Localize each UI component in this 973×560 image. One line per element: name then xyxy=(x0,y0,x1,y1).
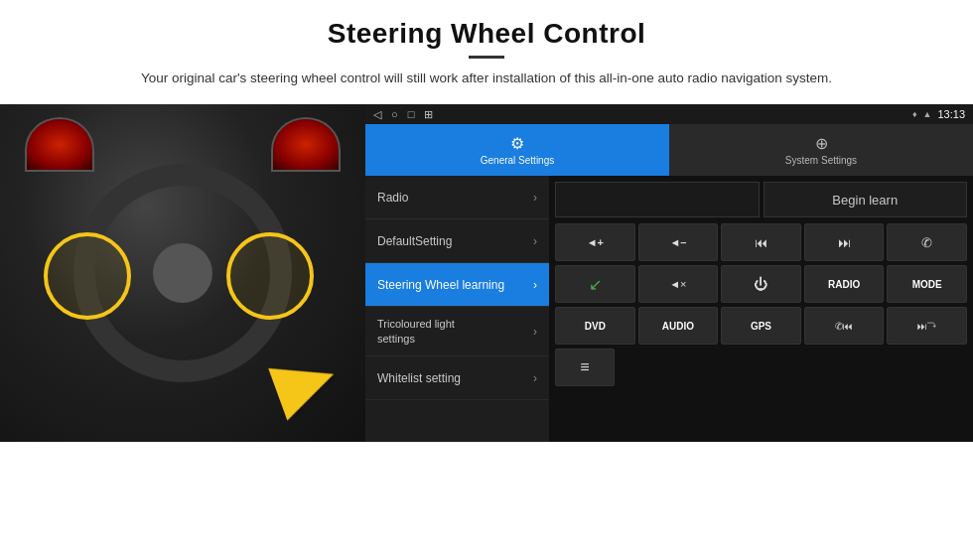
chevron-icon-radio: › xyxy=(533,191,537,205)
steering-wheel-hub xyxy=(153,243,212,303)
control-row-top: Begin learn xyxy=(555,180,967,219)
arrow-container xyxy=(276,356,336,412)
right-highlight-circle xyxy=(226,232,314,320)
left-menu: Radio › DefaultSetting › Steering Wheel … xyxy=(365,176,549,442)
left-gauge xyxy=(25,117,94,172)
phone-button[interactable]: ✆ xyxy=(887,223,967,261)
menu-item-default[interactable]: DefaultSetting › xyxy=(365,219,549,263)
call-answer-button[interactable]: ↙ xyxy=(555,265,635,303)
menu-default-label: DefaultSetting xyxy=(377,234,452,248)
nav-home-btn[interactable]: ○ xyxy=(391,108,398,120)
tab-bar: ⚙ General Settings ⊕ System Settings xyxy=(365,124,973,176)
vol-up-button[interactable]: ◄+ xyxy=(555,223,635,261)
mode-button[interactable]: MODE xyxy=(887,265,967,303)
chevron-icon-whitelist: › xyxy=(533,371,537,385)
general-settings-icon: ⚙ xyxy=(510,134,524,153)
mute-button[interactable]: ◄× xyxy=(638,265,719,303)
menu-radio-label: Radio xyxy=(377,191,408,205)
control-grid-row1: ◄+ ◄– ⏮ ⏭ ✆ xyxy=(555,223,967,261)
nav-recent-btn[interactable]: □ xyxy=(408,108,415,120)
clock: 13:13 xyxy=(937,108,965,120)
empty-input-box xyxy=(555,182,760,217)
ui-panel: ◁ ○ □ ⊞ ♦ ▲ 13:13 ⚙ General Settings xyxy=(365,104,973,442)
menu-item-whitelist[interactable]: Whitelist setting › xyxy=(365,356,549,400)
subtitle: Your original car's steering wheel contr… xyxy=(129,69,844,88)
control-grid-row3: DVD AUDIO GPS ✆⏮ ⏭⤵ xyxy=(555,307,967,345)
nav-grid-btn[interactable]: ⊞ xyxy=(424,108,433,121)
next-track-button[interactable]: ⏭ xyxy=(804,223,885,261)
wifi-icon: ▲ xyxy=(923,109,932,119)
radio-button[interactable]: RADIO xyxy=(804,265,885,303)
steering-wheel-bg xyxy=(0,104,365,442)
menu-item-steering[interactable]: Steering Wheel learning › xyxy=(365,263,549,307)
menu-whitelist-label: Whitelist setting xyxy=(377,371,461,385)
skip-combo-button[interactable]: ⏭⤵ xyxy=(887,307,967,345)
steering-wheel-image xyxy=(0,104,365,442)
chevron-icon-tricolour: › xyxy=(533,325,537,339)
gps-button[interactable]: GPS xyxy=(721,307,801,345)
page-wrapper: Steering Wheel Control Your original car… xyxy=(0,0,973,560)
menu-item-tricolour[interactable]: Tricoloured lightsettings › xyxy=(365,307,549,356)
list-button[interactable]: ≡ xyxy=(555,349,615,386)
phone-prev-button[interactable]: ✆⏮ xyxy=(804,307,885,345)
chevron-icon-default: › xyxy=(533,234,537,248)
dvd-button[interactable]: DVD xyxy=(555,307,635,345)
left-highlight-circle xyxy=(44,232,131,320)
status-bar: ◁ ○ □ ⊞ ♦ ▲ 13:13 xyxy=(365,104,973,124)
power-button[interactable]: ⏻ xyxy=(721,265,801,303)
tab-general-settings[interactable]: ⚙ General Settings xyxy=(365,124,669,176)
vol-down-button[interactable]: ◄– xyxy=(638,223,719,261)
tab-general-label: General Settings xyxy=(481,155,555,166)
location-icon: ♦ xyxy=(912,109,917,119)
nav-back-btn[interactable]: ◁ xyxy=(373,108,381,121)
chevron-icon-steering: › xyxy=(533,278,537,292)
header-section: Steering Wheel Control Your original car… xyxy=(0,0,973,96)
tab-system-settings[interactable]: ⊕ System Settings xyxy=(669,124,973,176)
status-indicators: ♦ ▲ 13:13 xyxy=(912,108,965,120)
audio-button[interactable]: AUDIO xyxy=(638,307,719,345)
right-controls: Begin learn ◄+ ◄– ⏮ ⏭ ✆ ↙ ◄× ⏻ xyxy=(549,176,973,442)
control-row-last: ≡ xyxy=(555,349,967,386)
gauge-area xyxy=(20,112,346,172)
nav-buttons: ◁ ○ □ ⊞ xyxy=(373,108,433,121)
title-divider xyxy=(469,56,504,59)
panel-body: Radio › DefaultSetting › Steering Wheel … xyxy=(365,176,973,442)
menu-item-radio[interactable]: Radio › xyxy=(365,176,549,219)
menu-steering-label: Steering Wheel learning xyxy=(377,278,504,292)
control-grid-row2: ↙ ◄× ⏻ RADIO MODE xyxy=(555,265,967,303)
right-gauge xyxy=(271,117,341,172)
prev-track-button[interactable]: ⏮ xyxy=(721,223,801,261)
arrow-icon xyxy=(268,349,344,421)
page-title: Steering Wheel Control xyxy=(60,18,913,50)
menu-tricolour-label: Tricoloured lightsettings xyxy=(377,317,455,346)
begin-learn-button[interactable]: Begin learn xyxy=(764,182,968,217)
system-settings-icon: ⊕ xyxy=(815,134,828,153)
tab-system-label: System Settings xyxy=(785,155,857,166)
content-area: ◁ ○ □ ⊞ ♦ ▲ 13:13 ⚙ General Settings xyxy=(0,104,973,560)
